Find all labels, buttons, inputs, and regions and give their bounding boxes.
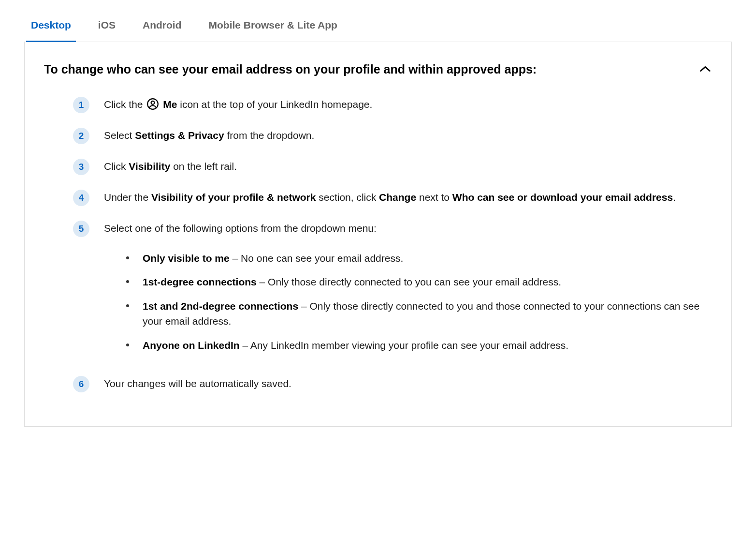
steps-list: 1 Click the Me icon at the top of your L…	[44, 97, 712, 392]
step-text: Select Settings & Privacy from the dropd…	[104, 128, 702, 143]
step-text: Select one of the following options from…	[104, 221, 702, 361]
tab-ios[interactable]: iOS	[96, 10, 117, 42]
instructions-panel: To change who can see your email address…	[24, 42, 732, 427]
option-1st-2nd-degree: 1st and 2nd-degree connections – Only th…	[126, 299, 702, 329]
step-number: 3	[73, 159, 89, 175]
me-icon	[146, 98, 159, 110]
option-text: Only visible to me – No one can see your…	[143, 251, 702, 266]
step-5: 5 Select one of the following options fr…	[73, 221, 702, 361]
step-number: 2	[73, 128, 89, 144]
option-text: Anyone on LinkedIn – Any LinkedIn member…	[143, 338, 702, 353]
step-text: Click Visibility on the left rail.	[104, 159, 702, 174]
step-number: 5	[73, 221, 89, 237]
tab-desktop[interactable]: Desktop	[29, 10, 73, 42]
step-text: Click the Me icon at the top of your Lin…	[104, 97, 702, 112]
option-only-me: Only visible to me – No one can see your…	[126, 251, 702, 266]
tab-mobile-browser[interactable]: Mobile Browser & Lite App	[207, 10, 339, 42]
step-text: Your changes will be automatically saved…	[104, 376, 702, 391]
section-heading: To change who can see your email address…	[44, 61, 689, 78]
step-2: 2 Select Settings & Privacy from the dro…	[73, 128, 702, 144]
svg-point-1	[151, 101, 155, 105]
step-number: 6	[73, 376, 89, 392]
step-4: 4 Under the Visibility of your profile &…	[73, 190, 702, 206]
bullet-icon	[126, 280, 129, 283]
tab-android[interactable]: Android	[141, 10, 183, 42]
bullet-icon	[126, 304, 129, 307]
step-text: Under the Visibility of your profile & n…	[104, 190, 702, 205]
step-number: 1	[73, 97, 89, 113]
step-number: 4	[73, 190, 89, 206]
option-text: 1st and 2nd-degree connections – Only th…	[143, 299, 702, 329]
step-1: 1 Click the Me icon at the top of your L…	[73, 97, 702, 113]
option-1st-degree: 1st-degree connections – Only those dire…	[126, 274, 702, 290]
option-anyone: Anyone on LinkedIn – Any LinkedIn member…	[126, 338, 702, 353]
step-3: 3 Click Visibility on the left rail.	[73, 159, 702, 175]
accordion-header[interactable]: To change who can see your email address…	[44, 61, 712, 78]
chevron-up-icon	[698, 62, 712, 76]
platform-tabs: Desktop iOS Android Mobile Browser & Lit…	[24, 10, 732, 42]
options-list: Only visible to me – No one can see your…	[104, 251, 702, 353]
bullet-icon	[126, 344, 129, 346]
bullet-icon	[126, 256, 129, 259]
step-6: 6 Your changes will be automatically sav…	[73, 376, 702, 392]
option-text: 1st-degree connections – Only those dire…	[143, 274, 702, 290]
